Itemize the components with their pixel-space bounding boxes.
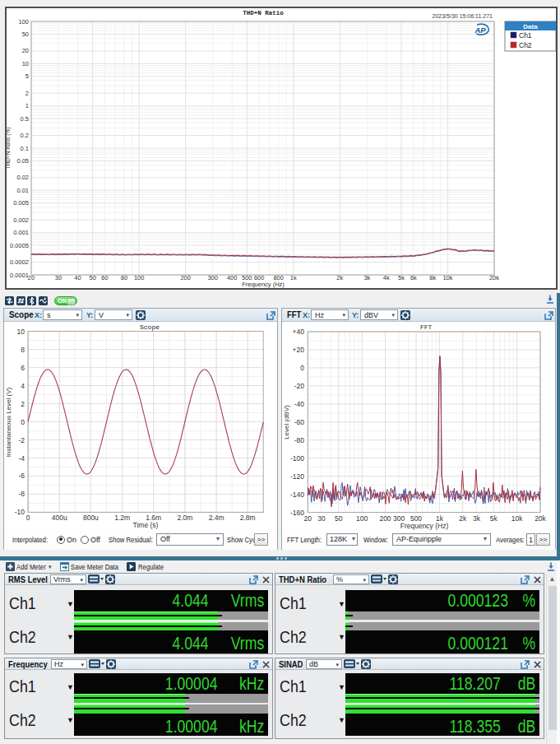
svg-text:50: 50 [90, 274, 96, 281]
svg-text:800u: 800u [83, 514, 99, 522]
svg-text:80: 80 [121, 274, 127, 281]
svg-text:8: 8 [21, 346, 25, 354]
svg-text:10k: 10k [442, 274, 452, 281]
svg-text:Data: Data [523, 23, 538, 30]
svg-text:200: 200 [379, 514, 391, 523]
svg-text:-140: -140 [290, 491, 304, 499]
svg-text:Level (dBV): Level (dBV) [283, 405, 290, 439]
svg-text:-40: -40 [294, 400, 305, 408]
svg-text:6k: 6k [410, 274, 417, 281]
svg-text:+40: +40 [293, 328, 305, 336]
svg-text:2: 2 [25, 90, 29, 97]
svg-text:0.002: 0.002 [13, 216, 29, 224]
svg-text:0.005: 0.005 [13, 199, 29, 207]
svg-text:0.02: 0.02 [16, 174, 29, 181]
svg-text:10k: 10k [511, 514, 523, 523]
svg-text:5k: 5k [398, 274, 405, 281]
svg-text:0.5: 0.5 [21, 115, 29, 123]
svg-text:Ch1: Ch1 [519, 31, 532, 40]
svg-text:5k: 5k [490, 514, 498, 523]
svg-text:20k: 20k [535, 514, 546, 523]
svg-text:-2: -2 [18, 436, 25, 444]
svg-text:5: 5 [25, 72, 29, 80]
svg-text:AP: AP [474, 26, 486, 35]
svg-text:50: 50 [335, 514, 343, 523]
svg-text:-20: -20 [294, 382, 305, 390]
svg-text:Frequency (Hz): Frequency (Hz) [400, 522, 449, 530]
svg-text:0.01: 0.01 [16, 187, 29, 194]
svg-text:300: 300 [207, 274, 218, 281]
svg-text:1.2m: 1.2m [114, 514, 130, 522]
svg-text:0.001: 0.001 [13, 229, 29, 236]
svg-text:0.1: 0.1 [21, 145, 29, 152]
svg-text:50: 50 [22, 30, 29, 38]
svg-text:20: 20 [28, 274, 35, 281]
svg-text:Ch2: Ch2 [519, 41, 532, 49]
svg-text:2.4m: 2.4m [209, 514, 224, 522]
svg-text:THD+N Ratio: THD+N Ratio [243, 10, 284, 16]
svg-text:100: 100 [356, 514, 368, 523]
svg-text:0.05: 0.05 [16, 157, 29, 165]
svg-text:0.2: 0.2 [21, 132, 29, 139]
svg-text:10: 10 [22, 60, 29, 67]
svg-text:FFT: FFT [420, 323, 433, 331]
svg-text:40: 40 [74, 274, 81, 281]
svg-text:20k: 20k [489, 274, 499, 281]
svg-text:0: 0 [300, 364, 304, 372]
svg-text:-6: -6 [18, 472, 25, 480]
svg-text:400u: 400u [52, 514, 67, 522]
svg-text:-120: -120 [290, 472, 304, 481]
svg-text:-160: -160 [290, 509, 304, 517]
svg-text:2.0m: 2.0m [177, 514, 192, 522]
svg-text:2k: 2k [459, 514, 467, 523]
svg-text:-10: -10 [15, 508, 25, 516]
svg-text:0: 0 [21, 418, 25, 426]
svg-text:100: 100 [134, 274, 145, 281]
svg-text:400: 400 [227, 274, 238, 281]
svg-text:4: 4 [21, 382, 25, 390]
svg-text:200: 200 [180, 274, 191, 281]
svg-text:0.0002: 0.0002 [10, 258, 29, 266]
svg-text:3k: 3k [363, 274, 370, 281]
svg-text:10: 10 [17, 328, 25, 336]
svg-text:0.0001: 0.0001 [10, 272, 29, 279]
svg-text:30: 30 [55, 274, 62, 281]
svg-text:20: 20 [304, 514, 312, 523]
svg-text:1: 1 [25, 102, 29, 109]
svg-text:4k: 4k [383, 274, 390, 281]
svg-text:2k: 2k [336, 274, 343, 281]
svg-text:Instantaneous Level (V): Instantaneous Level (V) [5, 387, 12, 457]
svg-text:THD+N Ratio (%): THD+N Ratio (%) [7, 128, 12, 170]
svg-text:100: 100 [18, 18, 29, 26]
svg-text:2.8m: 2.8m [240, 514, 256, 522]
svg-text:+20: +20 [293, 346, 305, 354]
svg-text:1k: 1k [290, 274, 297, 281]
svg-text:2: 2 [21, 400, 25, 408]
svg-text:-100: -100 [290, 454, 304, 463]
svg-text:-60: -60 [294, 418, 305, 426]
svg-text:0: 0 [26, 514, 30, 522]
svg-text:Scope: Scope [140, 323, 160, 331]
svg-text:30: 30 [317, 514, 326, 523]
svg-text:Time (s): Time (s) [133, 521, 159, 529]
svg-text:-80: -80 [294, 436, 305, 444]
svg-text:-8: -8 [18, 490, 25, 498]
svg-text:2023/5/30 15:06:11.271: 2023/5/30 15:06:11.271 [433, 13, 493, 19]
svg-text:6: 6 [21, 364, 25, 372]
svg-text:Frequency (Hz): Frequency (Hz) [242, 281, 285, 288]
svg-text:-4: -4 [18, 454, 25, 463]
svg-text:3k: 3k [473, 514, 481, 523]
svg-text:20: 20 [22, 47, 29, 54]
svg-text:60: 60 [101, 274, 108, 281]
svg-text:8k: 8k [429, 274, 436, 281]
svg-text:0.0005: 0.0005 [10, 242, 29, 249]
